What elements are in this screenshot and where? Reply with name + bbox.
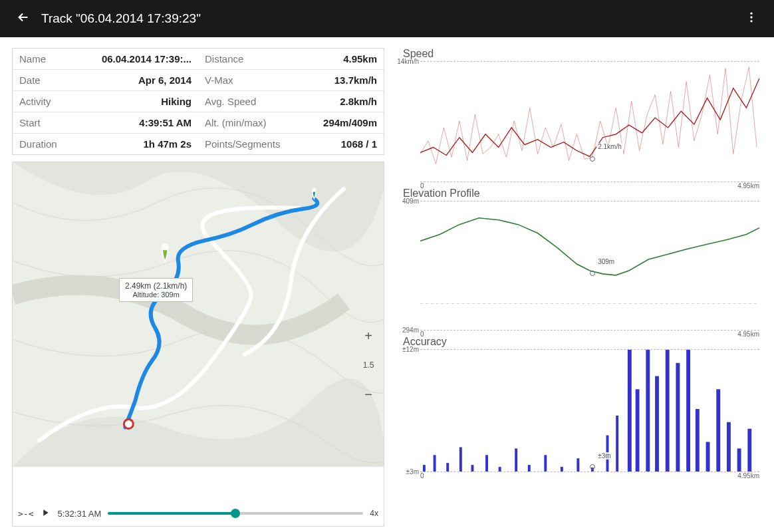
overflow-menu-icon[interactable] xyxy=(739,5,763,32)
svg-rect-31 xyxy=(706,442,710,471)
chart-accuracy-marker-label: ±3m xyxy=(596,452,612,460)
svg-point-1 xyxy=(750,16,752,18)
stat-row-start: Start4:39:51 AM xyxy=(13,112,198,134)
stat-row-name: Name06.04.2014 17:39:... xyxy=(13,49,198,70)
svg-rect-24 xyxy=(636,389,640,471)
chart-speed-title: Speed xyxy=(403,48,762,60)
stat-row-vmax: V-Max13.7km/h xyxy=(198,70,384,91)
svg-point-6 xyxy=(162,244,168,251)
stat-row-activity: ActivityHiking xyxy=(13,91,198,112)
stats-col-right: Distance4.95km V-Max13.7km/h Avg. Speed2… xyxy=(198,49,384,154)
svg-rect-15 xyxy=(515,448,517,471)
back-icon[interactable] xyxy=(11,5,36,33)
stat-row-altitude: Alt. (min/max)294m/409m xyxy=(198,112,384,134)
svg-rect-18 xyxy=(561,467,563,471)
expand-button[interactable]: >-< xyxy=(18,509,33,519)
chart-accuracy-svg[interactable] xyxy=(420,350,759,471)
stats-col-left: Name06.04.2014 17:39:... DateApr 6, 2014… xyxy=(13,49,198,154)
svg-rect-8 xyxy=(423,465,426,471)
svg-rect-9 xyxy=(434,455,436,471)
svg-rect-10 xyxy=(446,463,449,471)
svg-rect-19 xyxy=(577,458,579,471)
svg-rect-33 xyxy=(727,422,731,471)
playback-speed-button[interactable]: 4x xyxy=(370,509,378,518)
chart-elevation-svg[interactable] xyxy=(420,201,759,330)
svg-point-2 xyxy=(750,20,752,22)
svg-point-5 xyxy=(124,420,133,429)
svg-rect-34 xyxy=(737,448,741,471)
stat-row-distance: Distance4.95km xyxy=(198,49,384,70)
svg-rect-13 xyxy=(485,455,488,471)
map-panel: 2.49km (2.1km/h) Altitude: 309m + 1.5 − … xyxy=(12,162,384,527)
chart-elevation: Elevation Profile 409m 294m 0 4.95km 309… xyxy=(396,188,762,334)
stat-row-avgspeed: Avg. Speed2.8km/h xyxy=(198,91,384,112)
chart-speed-svg[interactable] xyxy=(420,62,759,182)
chart-accuracy-title: Accuracy xyxy=(403,336,762,348)
svg-rect-27 xyxy=(666,350,670,471)
playback-time: 5:32:31 AM xyxy=(57,509,101,519)
stat-row-date: DateApr 6, 2014 xyxy=(13,70,198,91)
map-zoom-controls: + 1.5 − xyxy=(358,326,378,404)
svg-rect-29 xyxy=(686,350,690,471)
chart-accuracy: Accuracy ±12m ±3m 0 4.95km xyxy=(396,336,762,476)
zoom-out-icon[interactable]: − xyxy=(358,384,378,404)
chart-elevation-title: Elevation Profile xyxy=(403,188,762,200)
svg-rect-14 xyxy=(499,467,501,471)
app-topbar: Track "06.04.2014 17:39:23" xyxy=(0,0,774,37)
svg-rect-17 xyxy=(544,455,547,471)
zoom-in-icon[interactable]: + xyxy=(358,326,378,346)
track-map[interactable] xyxy=(13,162,384,467)
svg-rect-22 xyxy=(616,416,618,471)
svg-rect-16 xyxy=(528,465,531,471)
svg-rect-30 xyxy=(696,409,700,471)
svg-rect-28 xyxy=(676,363,680,471)
svg-rect-11 xyxy=(459,447,462,471)
svg-point-4 xyxy=(312,188,316,192)
chart-speed-marker-label: 2.1km/h xyxy=(596,143,623,150)
svg-rect-25 xyxy=(646,350,650,471)
svg-rect-12 xyxy=(471,465,474,471)
svg-point-0 xyxy=(750,13,752,15)
playback-bar: >-< 5:32:31 AM 4x xyxy=(13,501,384,526)
page-title: Track "06.04.2014 17:39:23" xyxy=(41,11,739,26)
play-icon[interactable] xyxy=(40,507,51,520)
svg-rect-35 xyxy=(747,429,751,471)
stats-panel: Name06.04.2014 17:39:... DateApr 6, 2014… xyxy=(12,48,384,155)
playback-slider[interactable] xyxy=(108,512,363,515)
svg-rect-32 xyxy=(716,389,720,471)
svg-rect-23 xyxy=(628,350,632,471)
chart-elevation-marker-label: 309m xyxy=(596,258,616,265)
stat-row-duration: Duration1h 47m 2s xyxy=(13,134,198,154)
svg-rect-26 xyxy=(655,376,659,471)
map-position-tooltip: 2.49km (2.1km/h) Altitude: 309m xyxy=(119,278,193,302)
chart-speed: Speed 14km/h 0 4.95km 2.1km/h xyxy=(396,48,762,186)
chart-accuracy-marker-icon xyxy=(590,464,595,469)
stat-row-points: Points/Segments1068 / 1 xyxy=(198,134,384,154)
zoom-level-label: 1.5 xyxy=(358,355,378,375)
